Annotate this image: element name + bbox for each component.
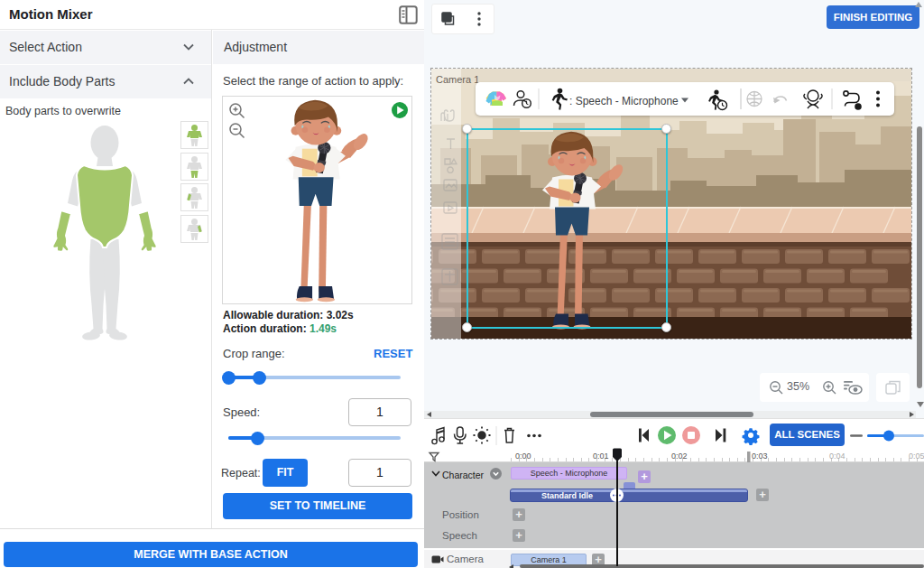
svg-text:: Speech - Microphone: : Speech - Microphone <box>569 95 679 107</box>
